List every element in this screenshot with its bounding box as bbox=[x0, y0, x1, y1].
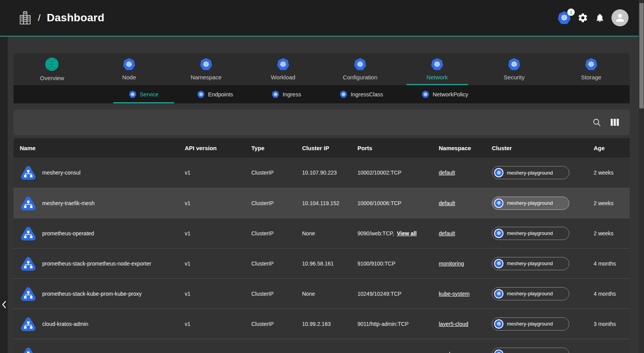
name-cell: prometheus-stack-kube-prom-kube-proxy bbox=[20, 285, 185, 302]
cluster-chip[interactable]: ☸ meshery-playground bbox=[492, 197, 569, 210]
cluster-cell: ☸ meshery-playground bbox=[492, 257, 594, 270]
table-row[interactable]: meshery-consul v1 ClusterIP 10.107.90.22… bbox=[14, 158, 630, 188]
namespace-cell: layer5-cloud bbox=[439, 320, 492, 327]
kubernetes-icon: ☸ bbox=[123, 58, 135, 70]
column-header[interactable]: Namespace bbox=[439, 145, 492, 151]
table-row[interactable]: meshery-traefik-mesh v1 ClusterIP 10.104… bbox=[14, 188, 630, 218]
service-name: meshery-consul bbox=[42, 170, 81, 176]
resource-tab-label: Network bbox=[426, 74, 448, 81]
network-subtab-label: Ingress bbox=[283, 91, 301, 98]
api-version-cell: v1 bbox=[185, 321, 251, 327]
view-all-ports-link[interactable]: View all bbox=[397, 230, 417, 236]
ports-cell: 10002/10002:TCP bbox=[357, 170, 439, 176]
kubernetes-icon: ☸ bbox=[508, 58, 520, 70]
namespace-link[interactable]: default bbox=[439, 230, 455, 236]
name-cell: cloud-kratos-admin bbox=[20, 315, 185, 332]
chevron-left-icon bbox=[1, 300, 7, 309]
column-header[interactable]: Cluster IP bbox=[302, 145, 357, 151]
network-subtab[interactable]: ☸ Ingress bbox=[272, 85, 301, 103]
api-version-cell: v1 bbox=[185, 260, 251, 267]
name-cell bbox=[20, 346, 185, 353]
scrollbar-thumb[interactable] bbox=[639, 3, 644, 108]
cluster-cell: ☸ meshery-playground bbox=[492, 317, 594, 331]
page-title: Dashboard bbox=[47, 12, 105, 24]
column-header[interactable]: Cluster bbox=[492, 145, 594, 151]
collapsed-side-panel bbox=[0, 37, 8, 353]
resource-tab[interactable]: ☸ Node bbox=[91, 53, 168, 85]
ports-cell: 10006/10006:TCP bbox=[357, 200, 439, 206]
topbar-actions: ☸ 1 bbox=[558, 9, 634, 26]
cluster-cell: ☸ meshery-playground bbox=[492, 166, 594, 179]
collapse-panel-button[interactable] bbox=[0, 297, 8, 312]
age-cell: 2 weeks bbox=[594, 200, 630, 206]
network-subtab[interactable]: ☸ Endpoints bbox=[197, 85, 233, 103]
kubernetes-icon: ☸ bbox=[277, 58, 289, 70]
kubernetes-icon: ☸ bbox=[340, 91, 347, 98]
cluster-cell: ☸ bbox=[492, 348, 594, 353]
resource-tab[interactable]: ☸ Storage bbox=[553, 53, 630, 85]
cluster-chip[interactable]: ☸ meshery-playground bbox=[492, 287, 569, 300]
notifications-button[interactable] bbox=[595, 13, 605, 23]
cluster-chip[interactable]: ☸ bbox=[492, 348, 569, 353]
ports-cell: 9011/http-admin:TCP bbox=[357, 321, 439, 327]
api-version-cell: v1 bbox=[185, 200, 251, 206]
service-icon bbox=[20, 225, 37, 242]
table-row[interactable]: prometheus-stack-kube-prom-kube-proxy v1… bbox=[14, 278, 630, 308]
type-cell: ClusterIP bbox=[251, 230, 302, 236]
search-button[interactable] bbox=[592, 118, 601, 127]
namespace-link[interactable]: kube-system bbox=[439, 291, 469, 297]
resource-tab-label: Namespace bbox=[191, 74, 222, 81]
view-columns-button[interactable] bbox=[611, 119, 619, 126]
name-cell: meshery-consul bbox=[20, 164, 185, 181]
network-subtab[interactable]: ☸ NetworkPolicy bbox=[422, 85, 468, 103]
cluster-chip-label: meshery-playground bbox=[507, 291, 553, 296]
resource-tab[interactable]: ☸ Namespace bbox=[168, 53, 245, 85]
table-row[interactable]: prometheus-operated v1 ClusterIP None 90… bbox=[14, 218, 630, 248]
resource-tab[interactable]: ☸ Configuration bbox=[322, 53, 399, 85]
column-header[interactable]: Name bbox=[20, 145, 185, 151]
table-row[interactable]: prometheus-stack-prometheus-node-exporte… bbox=[14, 248, 630, 278]
column-header[interactable]: API version bbox=[185, 145, 251, 151]
age-cell: 4 months bbox=[594, 260, 630, 267]
column-header[interactable]: Type bbox=[251, 145, 302, 151]
service-icon bbox=[20, 255, 37, 272]
column-header[interactable]: Ports bbox=[357, 145, 439, 151]
cluster-ip-cell: None bbox=[302, 291, 357, 297]
organization-icon[interactable] bbox=[19, 10, 32, 25]
resource-tab[interactable]: ☸ Network bbox=[398, 53, 476, 85]
resource-tab-label: Storage bbox=[581, 74, 601, 81]
avatar bbox=[611, 9, 629, 26]
resource-tab[interactable]: ☸ Workload bbox=[245, 53, 322, 85]
cluster-chip[interactable]: ☸ meshery-playground bbox=[492, 166, 569, 179]
network-subtab[interactable]: ☸ IngressClass bbox=[340, 85, 383, 103]
namespace-link[interactable]: layer5-cloud bbox=[439, 321, 468, 327]
cluster-chip-label: meshery-playground bbox=[507, 170, 553, 176]
table-body: meshery-consul v1 ClusterIP 10.107.90.22… bbox=[14, 158, 630, 353]
network-subtab[interactable]: ☸ Service bbox=[129, 85, 158, 103]
kubernetes-context-button[interactable]: ☸ 1 bbox=[558, 11, 571, 24]
view-columns-icon bbox=[611, 119, 619, 126]
resource-tab[interactable]: ☸ Security bbox=[476, 53, 553, 85]
namespace-cell: default bbox=[439, 169, 492, 176]
cluster-chip[interactable]: ☸ meshery-playground bbox=[492, 227, 569, 240]
ports-value: 9100/9100:TCP bbox=[357, 260, 395, 267]
namespace-link[interactable]: default bbox=[439, 200, 455, 206]
resource-tab[interactable]: ☸ Overview bbox=[14, 53, 91, 85]
table-row[interactable]: meshery ☸ bbox=[14, 339, 630, 353]
service-name: cloud-kratos-admin bbox=[42, 321, 88, 327]
cluster-chip[interactable]: ☸ meshery-playground bbox=[492, 257, 569, 270]
table-row[interactable]: cloud-kratos-admin v1 ClusterIP 10.99.2.… bbox=[14, 308, 630, 339]
account-button[interactable] bbox=[611, 9, 629, 26]
namespace-link[interactable]: monitoring bbox=[439, 260, 464, 267]
column-header[interactable]: Age bbox=[594, 145, 630, 151]
namespace-link[interactable]: default bbox=[439, 170, 455, 176]
main-content: ☸ Overview ☸ Node bbox=[0, 37, 644, 353]
ports-cell: 9090/web:TCP, View all bbox=[357, 230, 439, 236]
settings-button[interactable] bbox=[577, 12, 588, 23]
namespace-link[interactable]: meshery bbox=[439, 351, 460, 353]
cluster-chip[interactable]: ☸ meshery-playground bbox=[492, 317, 569, 331]
kubernetes-icon: ☸ bbox=[354, 58, 366, 70]
type-cell: ClusterIP bbox=[251, 291, 302, 297]
namespace-cell: monitoring bbox=[439, 260, 492, 267]
page-scrollbar[interactable] bbox=[639, 0, 644, 353]
